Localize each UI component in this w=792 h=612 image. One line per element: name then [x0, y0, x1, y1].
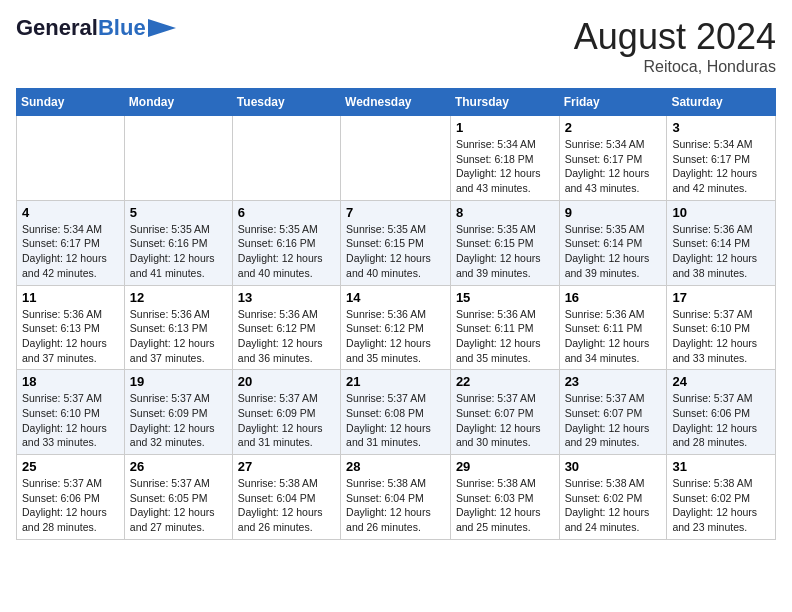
day-info: Sunrise: 5:37 AM Sunset: 6:05 PM Dayligh…: [130, 476, 227, 535]
calendar-day-23: 23Sunrise: 5:37 AM Sunset: 6:07 PM Dayli…: [559, 370, 667, 455]
calendar-day-3: 3Sunrise: 5:34 AM Sunset: 6:17 PM Daylig…: [667, 116, 776, 201]
calendar-day-4: 4Sunrise: 5:34 AM Sunset: 6:17 PM Daylig…: [17, 200, 125, 285]
day-info: Sunrise: 5:37 AM Sunset: 6:07 PM Dayligh…: [565, 391, 662, 450]
calendar-week-row: 25Sunrise: 5:37 AM Sunset: 6:06 PM Dayli…: [17, 455, 776, 540]
calendar-day-25: 25Sunrise: 5:37 AM Sunset: 6:06 PM Dayli…: [17, 455, 125, 540]
calendar-day-8: 8Sunrise: 5:35 AM Sunset: 6:15 PM Daylig…: [450, 200, 559, 285]
day-info: Sunrise: 5:35 AM Sunset: 6:16 PM Dayligh…: [238, 222, 335, 281]
day-info: Sunrise: 5:35 AM Sunset: 6:15 PM Dayligh…: [346, 222, 445, 281]
day-number: 28: [346, 459, 445, 474]
day-info: Sunrise: 5:36 AM Sunset: 6:13 PM Dayligh…: [130, 307, 227, 366]
calendar-day-22: 22Sunrise: 5:37 AM Sunset: 6:07 PM Dayli…: [450, 370, 559, 455]
calendar-day-10: 10Sunrise: 5:36 AM Sunset: 6:14 PM Dayli…: [667, 200, 776, 285]
day-info: Sunrise: 5:37 AM Sunset: 6:10 PM Dayligh…: [22, 391, 119, 450]
day-info: Sunrise: 5:38 AM Sunset: 6:04 PM Dayligh…: [346, 476, 445, 535]
day-number: 31: [672, 459, 770, 474]
day-number: 23: [565, 374, 662, 389]
day-info: Sunrise: 5:36 AM Sunset: 6:13 PM Dayligh…: [22, 307, 119, 366]
calendar-week-row: 1Sunrise: 5:34 AM Sunset: 6:18 PM Daylig…: [17, 116, 776, 201]
header-sunday: Sunday: [17, 89, 125, 116]
calendar-day-2: 2Sunrise: 5:34 AM Sunset: 6:17 PM Daylig…: [559, 116, 667, 201]
page-header: GeneralBlue August 2024 Reitoca, Hondura…: [16, 16, 776, 76]
calendar-day-24: 24Sunrise: 5:37 AM Sunset: 6:06 PM Dayli…: [667, 370, 776, 455]
day-number: 13: [238, 290, 335, 305]
day-number: 11: [22, 290, 119, 305]
day-number: 16: [565, 290, 662, 305]
day-number: 7: [346, 205, 445, 220]
header-saturday: Saturday: [667, 89, 776, 116]
day-number: 8: [456, 205, 554, 220]
calendar-day-21: 21Sunrise: 5:37 AM Sunset: 6:08 PM Dayli…: [341, 370, 451, 455]
day-number: 21: [346, 374, 445, 389]
logo-general: General: [16, 15, 98, 40]
day-info: Sunrise: 5:34 AM Sunset: 6:17 PM Dayligh…: [565, 137, 662, 196]
day-info: Sunrise: 5:35 AM Sunset: 6:15 PM Dayligh…: [456, 222, 554, 281]
calendar-day-27: 27Sunrise: 5:38 AM Sunset: 6:04 PM Dayli…: [232, 455, 340, 540]
day-info: Sunrise: 5:37 AM Sunset: 6:07 PM Dayligh…: [456, 391, 554, 450]
logo: GeneralBlue: [16, 16, 176, 40]
calendar-day-5: 5Sunrise: 5:35 AM Sunset: 6:16 PM Daylig…: [124, 200, 232, 285]
day-info: Sunrise: 5:37 AM Sunset: 6:09 PM Dayligh…: [238, 391, 335, 450]
calendar-title-block: August 2024 Reitoca, Honduras: [574, 16, 776, 76]
calendar-day-12: 12Sunrise: 5:36 AM Sunset: 6:13 PM Dayli…: [124, 285, 232, 370]
day-info: Sunrise: 5:36 AM Sunset: 6:11 PM Dayligh…: [456, 307, 554, 366]
day-number: 3: [672, 120, 770, 135]
calendar-empty-cell: [17, 116, 125, 201]
day-number: 4: [22, 205, 119, 220]
calendar-day-6: 6Sunrise: 5:35 AM Sunset: 6:16 PM Daylig…: [232, 200, 340, 285]
day-number: 2: [565, 120, 662, 135]
calendar-table: SundayMondayTuesdayWednesdayThursdayFrid…: [16, 88, 776, 540]
logo-blue: Blue: [98, 15, 146, 40]
calendar-week-row: 11Sunrise: 5:36 AM Sunset: 6:13 PM Dayli…: [17, 285, 776, 370]
calendar-day-20: 20Sunrise: 5:37 AM Sunset: 6:09 PM Dayli…: [232, 370, 340, 455]
calendar-day-15: 15Sunrise: 5:36 AM Sunset: 6:11 PM Dayli…: [450, 285, 559, 370]
calendar-empty-cell: [124, 116, 232, 201]
day-info: Sunrise: 5:36 AM Sunset: 6:14 PM Dayligh…: [672, 222, 770, 281]
day-info: Sunrise: 5:37 AM Sunset: 6:06 PM Dayligh…: [672, 391, 770, 450]
day-info: Sunrise: 5:38 AM Sunset: 6:04 PM Dayligh…: [238, 476, 335, 535]
calendar-day-28: 28Sunrise: 5:38 AM Sunset: 6:04 PM Dayli…: [341, 455, 451, 540]
day-number: 19: [130, 374, 227, 389]
logo-arrow-icon: [148, 19, 176, 37]
day-info: Sunrise: 5:38 AM Sunset: 6:02 PM Dayligh…: [672, 476, 770, 535]
calendar-day-9: 9Sunrise: 5:35 AM Sunset: 6:14 PM Daylig…: [559, 200, 667, 285]
day-number: 24: [672, 374, 770, 389]
calendar-day-17: 17Sunrise: 5:37 AM Sunset: 6:10 PM Dayli…: [667, 285, 776, 370]
day-number: 5: [130, 205, 227, 220]
calendar-day-19: 19Sunrise: 5:37 AM Sunset: 6:09 PM Dayli…: [124, 370, 232, 455]
month-year-title: August 2024: [574, 16, 776, 58]
day-info: Sunrise: 5:36 AM Sunset: 6:12 PM Dayligh…: [238, 307, 335, 366]
header-friday: Friday: [559, 89, 667, 116]
day-info: Sunrise: 5:37 AM Sunset: 6:09 PM Dayligh…: [130, 391, 227, 450]
header-thursday: Thursday: [450, 89, 559, 116]
day-number: 22: [456, 374, 554, 389]
header-tuesday: Tuesday: [232, 89, 340, 116]
calendar-week-row: 18Sunrise: 5:37 AM Sunset: 6:10 PM Dayli…: [17, 370, 776, 455]
day-info: Sunrise: 5:37 AM Sunset: 6:08 PM Dayligh…: [346, 391, 445, 450]
day-number: 6: [238, 205, 335, 220]
day-number: 30: [565, 459, 662, 474]
day-info: Sunrise: 5:37 AM Sunset: 6:10 PM Dayligh…: [672, 307, 770, 366]
day-number: 12: [130, 290, 227, 305]
calendar-day-29: 29Sunrise: 5:38 AM Sunset: 6:03 PM Dayli…: [450, 455, 559, 540]
day-info: Sunrise: 5:38 AM Sunset: 6:02 PM Dayligh…: [565, 476, 662, 535]
calendar-empty-cell: [341, 116, 451, 201]
calendar-day-11: 11Sunrise: 5:36 AM Sunset: 6:13 PM Dayli…: [17, 285, 125, 370]
calendar-day-18: 18Sunrise: 5:37 AM Sunset: 6:10 PM Dayli…: [17, 370, 125, 455]
calendar-day-14: 14Sunrise: 5:36 AM Sunset: 6:12 PM Dayli…: [341, 285, 451, 370]
calendar-header-row: SundayMondayTuesdayWednesdayThursdayFrid…: [17, 89, 776, 116]
svg-marker-0: [148, 19, 176, 37]
day-number: 14: [346, 290, 445, 305]
day-info: Sunrise: 5:34 AM Sunset: 6:18 PM Dayligh…: [456, 137, 554, 196]
header-monday: Monday: [124, 89, 232, 116]
calendar-day-30: 30Sunrise: 5:38 AM Sunset: 6:02 PM Dayli…: [559, 455, 667, 540]
day-number: 25: [22, 459, 119, 474]
day-info: Sunrise: 5:35 AM Sunset: 6:16 PM Dayligh…: [130, 222, 227, 281]
day-number: 18: [22, 374, 119, 389]
calendar-empty-cell: [232, 116, 340, 201]
day-number: 20: [238, 374, 335, 389]
calendar-day-13: 13Sunrise: 5:36 AM Sunset: 6:12 PM Dayli…: [232, 285, 340, 370]
day-number: 29: [456, 459, 554, 474]
calendar-day-26: 26Sunrise: 5:37 AM Sunset: 6:05 PM Dayli…: [124, 455, 232, 540]
day-info: Sunrise: 5:36 AM Sunset: 6:12 PM Dayligh…: [346, 307, 445, 366]
